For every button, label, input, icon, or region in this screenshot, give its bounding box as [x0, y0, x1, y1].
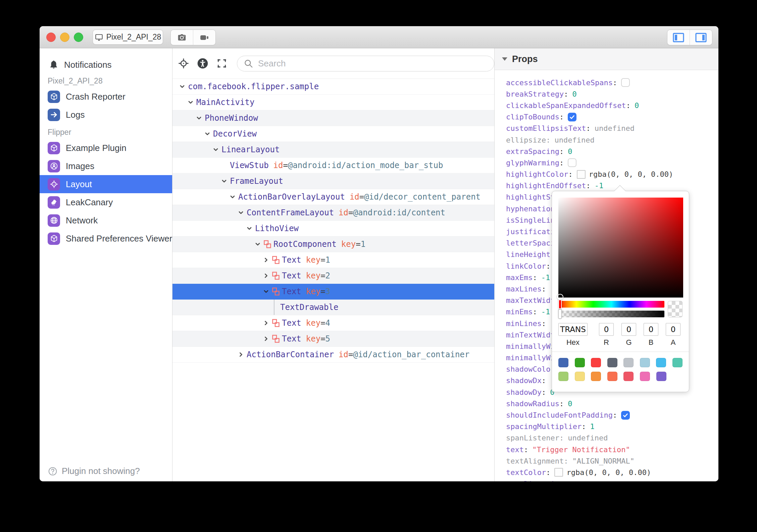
- tree-row-textdrawable[interactable]: TextDrawable: [172, 300, 494, 315]
- prop-key: highlightColor: [506, 170, 568, 178]
- preset-color-swatch[interactable]: [623, 372, 634, 381]
- notifications-label: Notifications: [64, 60, 112, 70]
- blue-input[interactable]: [644, 323, 658, 336]
- tree-row-viewstub[interactable]: ViewStubid=@android:id/action_mode_bar_s…: [172, 158, 494, 173]
- hex-input[interactable]: [558, 323, 588, 336]
- sidebar-item-leakcanary[interactable]: LeakCanary: [40, 193, 172, 211]
- prop-value: "Trigger Notification": [532, 445, 630, 454]
- tree-row-phonewindow[interactable]: PhoneWindow: [172, 110, 494, 126]
- chevron-down-icon[interactable]: [254, 241, 263, 248]
- tree-row-actionbaroverlaylayout[interactable]: ActionBarOverlayLayoutid=@id/decor_conte…: [172, 189, 494, 205]
- prop-value: rgba(0, 0, 0, 0.00): [589, 170, 673, 178]
- tree-row-actionbarcontainer[interactable]: ActionBarContainerid=@id/action_bar_cont…: [172, 347, 494, 363]
- tree-row-linearlayout[interactable]: LinearLayout: [172, 142, 494, 158]
- preset-color-swatch[interactable]: [640, 358, 650, 367]
- sidebar-item-images[interactable]: Images: [40, 157, 172, 175]
- panel-right-icon: [695, 32, 707, 43]
- chevron-down-icon[interactable]: [187, 99, 196, 106]
- props-section-header[interactable]: Props: [495, 48, 718, 70]
- minimize-button[interactable]: [60, 33, 69, 42]
- alpha-slider[interactable]: [558, 311, 664, 317]
- sidebar-item-example-plugin[interactable]: Example Plugin: [40, 139, 172, 157]
- close-button[interactable]: [46, 33, 56, 42]
- sidebar-item-notifications[interactable]: Notifications: [40, 57, 172, 72]
- accessibility-mode-button[interactable]: [196, 56, 210, 71]
- chevron-down-icon[interactable]: [212, 146, 221, 153]
- chevron-down-icon[interactable]: [237, 209, 247, 216]
- preset-color-swatch[interactable]: [607, 372, 617, 381]
- plugin-not-showing-link[interactable]: Plugin not showing?: [48, 466, 140, 476]
- prop-checkbox-checked[interactable]: [568, 113, 576, 121]
- prop-checkbox-unchecked[interactable]: [621, 78, 630, 87]
- hue-slider[interactable]: [558, 301, 664, 308]
- prop-checkbox-unchecked[interactable]: [568, 158, 576, 167]
- tree-row-lithoview[interactable]: LithoView: [172, 221, 494, 236]
- zoom-button[interactable]: [74, 33, 83, 42]
- prop-checkbox-checked[interactable]: [621, 411, 630, 420]
- prop-color-swatch[interactable]: [577, 170, 586, 179]
- sidebar-item-shared-preferences-viewer[interactable]: Shared Preferences Viewer: [40, 229, 172, 248]
- chevron-down-icon[interactable]: [179, 83, 188, 90]
- tree-row-rootcomponent[interactable]: RootComponentkey=1: [172, 236, 494, 252]
- hue-slider-handle[interactable]: [558, 300, 562, 309]
- chevron-right-icon[interactable]: [262, 256, 272, 264]
- chevron-down-icon[interactable]: [220, 177, 230, 185]
- preset-color-swatch[interactable]: [558, 358, 568, 367]
- preset-color-swatch[interactable]: [591, 358, 601, 367]
- chevron-down-icon[interactable]: [229, 193, 238, 201]
- toggle-left-panel-button[interactable]: [667, 30, 690, 45]
- tree-row-text[interactable]: Textkey=5: [172, 331, 494, 347]
- chevron-right-icon[interactable]: [262, 319, 272, 327]
- chevron-right-icon[interactable]: [262, 335, 272, 342]
- screen-record-button[interactable]: [193, 30, 215, 45]
- chevron-right-icon[interactable]: [262, 272, 272, 279]
- alpha-slider-handle[interactable]: [558, 309, 562, 319]
- preset-color-swatch[interactable]: [623, 358, 634, 367]
- preset-color-swatch[interactable]: [656, 358, 666, 367]
- chevron-down-icon[interactable]: [246, 225, 255, 232]
- tree-row-text[interactable]: Textkey=1: [172, 252, 494, 268]
- preset-color-swatch[interactable]: [607, 358, 617, 367]
- tree-row-framelayout[interactable]: FrameLayout: [172, 173, 494, 189]
- preset-color-swatch[interactable]: [575, 358, 585, 367]
- preset-color-swatch[interactable]: [640, 372, 650, 381]
- sidebar-item-crash-reporter[interactable]: Crash Reporter: [40, 88, 172, 106]
- target-mode-button[interactable]: [176, 56, 191, 71]
- preset-color-swatch[interactable]: [656, 372, 666, 381]
- target-icon: [178, 58, 189, 69]
- chevron-down-icon[interactable]: [204, 130, 213, 138]
- tree-row-text[interactable]: Textkey=4: [172, 315, 494, 331]
- tree-row-text[interactable]: Textkey=2: [172, 268, 494, 284]
- saturation-brightness-gradient[interactable]: [558, 198, 683, 298]
- sidebar-item-layout[interactable]: Layout: [40, 175, 172, 193]
- screenshot-button[interactable]: [171, 30, 193, 45]
- chevron-down-icon[interactable]: [262, 288, 272, 295]
- chevron-right-icon[interactable]: [237, 351, 247, 358]
- tree-row-contentframelayout[interactable]: ContentFrameLayoutid=@android:id/content: [172, 205, 494, 221]
- tree-row-decorview[interactable]: DecorView: [172, 126, 494, 142]
- props-title: Props: [512, 54, 538, 64]
- preset-color-swatch[interactable]: [575, 372, 585, 381]
- sidebar-item-network[interactable]: Network: [40, 211, 172, 229]
- alpha-input[interactable]: [666, 323, 680, 336]
- device-selector-button[interactable]: Pixel_2_API_28: [93, 30, 163, 45]
- red-input[interactable]: [599, 323, 614, 336]
- prop-value: 0: [568, 400, 572, 408]
- toggle-right-panel-button[interactable]: [690, 30, 712, 45]
- preset-color-swatch[interactable]: [672, 358, 683, 367]
- tree-row-com.facebook.flipper.sample[interactable]: com.facebook.flipper.sample: [172, 79, 494, 95]
- hex-label: Hex: [566, 338, 579, 347]
- expand-selection-button[interactable]: [214, 56, 229, 71]
- preset-color-swatch[interactable]: [591, 372, 601, 381]
- element-name: ViewStub: [230, 161, 269, 170]
- tree-row-text[interactable]: Textkey=3: [172, 284, 494, 300]
- search-input[interactable]: [257, 58, 488, 69]
- sidebar-item-logs[interactable]: Logs: [40, 106, 172, 124]
- tree-row-mainactivity[interactable]: MainActivity: [172, 95, 494, 110]
- prop-color-swatch[interactable]: [554, 468, 563, 477]
- green-input[interactable]: [621, 323, 636, 336]
- chevron-down-icon[interactable]: [195, 114, 205, 122]
- sidebar-section-label: Flipper: [48, 128, 172, 137]
- element-name: ActionBarContainer: [247, 350, 334, 359]
- preset-color-swatch[interactable]: [558, 372, 568, 381]
